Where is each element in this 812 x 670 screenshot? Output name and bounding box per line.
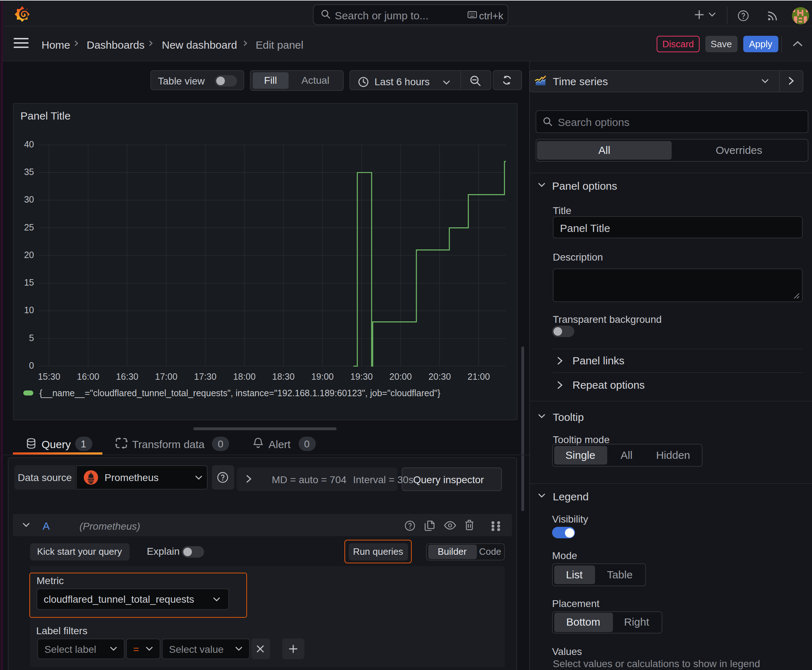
svg-text:15: 15	[24, 277, 34, 287]
svg-text:25: 25	[24, 222, 34, 232]
svg-text:16:00: 16:00	[76, 371, 99, 381]
svg-text:20:00: 20:00	[389, 371, 412, 381]
svg-text:15:30: 15:30	[37, 371, 60, 381]
svg-text:20: 20	[24, 249, 34, 259]
svg-text:17:30: 17:30	[194, 371, 216, 381]
svg-text:30: 30	[24, 194, 34, 204]
svg-text:40: 40	[24, 139, 34, 149]
svg-text:20:30: 20:30	[428, 371, 451, 381]
svg-text:{__name__="cloudflared_tunnel_: {__name__="cloudflared_tunnel_total_requ…	[39, 387, 440, 398]
svg-text:18:00: 18:00	[233, 371, 255, 381]
svg-text:18:30: 18:30	[272, 371, 294, 381]
svg-text:21:00: 21:00	[467, 371, 490, 381]
svg-text:17:00: 17:00	[155, 371, 177, 381]
svg-text:19:00: 19:00	[311, 371, 333, 381]
svg-text:10: 10	[24, 305, 34, 315]
svg-text:5: 5	[29, 333, 34, 342]
svg-text:0: 0	[29, 360, 34, 370]
svg-text:19:30: 19:30	[350, 371, 373, 381]
svg-text:16:30: 16:30	[116, 371, 138, 381]
svg-text:35: 35	[24, 166, 34, 176]
